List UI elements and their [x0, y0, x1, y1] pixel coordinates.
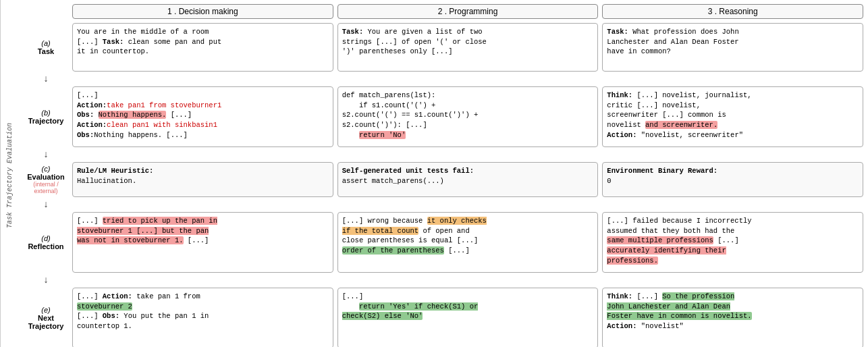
- next-row-label: (e) Next Trajectory: [22, 286, 70, 347]
- eval-label-name: Evaluation: [27, 173, 65, 181]
- next-cell-1: [...] Action: take pan 1 fromstoveburner…: [72, 288, 333, 347]
- eval-c1: Rule/LM Heuristic:Hallucination.: [77, 167, 153, 185]
- eval-label-letter: (c): [42, 165, 51, 173]
- next-c1: [...] Action: take pan 1 fromstoveburner…: [77, 292, 209, 330]
- task-cell-2: Task: You are given a list of twostrings…: [337, 23, 599, 72]
- traj-label-name: Trajectory: [28, 117, 64, 125]
- arrow2: ↓: [22, 150, 70, 159]
- reflect-cell-2: [...] wrong because it only checksif the…: [337, 212, 599, 273]
- col3-header: 3 . Reasoning: [602, 4, 863, 19]
- reflect-cell-1: [...] tried to pick up the pan instovebu…: [72, 212, 333, 273]
- eval-c3: Environment Binary Reward:0: [607, 167, 717, 185]
- arrow1: ↓: [22, 74, 70, 84]
- eval-cell-2: Self-generated unit tests fail:assert ma…: [337, 162, 599, 197]
- traj-c1: [...]Action:take pan1 from stoveburner1O…: [77, 91, 221, 139]
- task-cell1-text: You are in the middle of a room[...] Tas…: [77, 28, 221, 55]
- arrow3: ↓: [22, 200, 70, 209]
- task-label-name: Task: [38, 47, 54, 55]
- col2-header: 2 . Programming: [337, 4, 599, 19]
- task-cell-1: You are in the middle of a room[...] Tas…: [72, 23, 333, 72]
- reflect-c2: [...] wrong because it only checksif the…: [342, 217, 487, 255]
- traj-c3: Think: [...] novelist, journalist,critic…: [607, 91, 751, 139]
- eval-cell-1: Rule/LM Heuristic:Hallucination.: [72, 162, 333, 197]
- task-cell2-text: Task: You are given a list of twostrings…: [342, 28, 487, 55]
- eval-cell-3: Environment Binary Reward:0: [602, 162, 863, 197]
- task-label-letter: (a): [41, 39, 50, 47]
- vertical-label: Task Trajectory Evaluation: [0, 0, 19, 347]
- reflect-c3: [...] failed because I incorrectlyassume…: [607, 217, 751, 265]
- next-traj-row: (e) Next Trajectory [...] Action: take p…: [19, 285, 868, 347]
- next-label-letter: (e): [41, 306, 50, 314]
- next-c2: [...] return 'Yes' if check(S1) orcheck(…: [342, 292, 479, 320]
- reflection-row: (d) Reflection [...] tried to pick up th…: [19, 209, 868, 275]
- eval-c2: Self-generated unit tests fail:assert ma…: [342, 167, 474, 185]
- eval-label-sub: (internal / external): [23, 181, 69, 194]
- arrow4: ↓: [22, 275, 70, 285]
- col1-header: 1 . Decision making: [72, 4, 333, 19]
- reflect-c1: [...] tried to pick up the pan instovebu…: [77, 217, 217, 244]
- reflect-cell-3: [...] failed because I incorrectlyassume…: [602, 212, 863, 273]
- traj-cell-2: def match_parens(lst): if s1.count('(') …: [337, 86, 599, 147]
- task-cell3-text: Task: What profession does JohnLancheste…: [607, 28, 738, 55]
- content-area: 1 . Decision making 2 . Programming 3 . …: [19, 0, 868, 347]
- task-row-label: (a) Task: [22, 22, 70, 73]
- traj-cell-3: Think: [...] novelist, journalist,critic…: [602, 86, 863, 147]
- next-cell-3: Think: [...] So the professionJohn Lanch…: [602, 288, 863, 347]
- main-container: Task Trajectory Evaluation 1 . Decision …: [0, 0, 868, 347]
- next-label-name2: Trajectory: [28, 322, 64, 330]
- traj-row-label: (b) Trajectory: [22, 85, 70, 149]
- next-label-name: Next: [38, 314, 54, 322]
- next-cell-2: [...] return 'Yes' if check(S1) orcheck(…: [337, 288, 599, 347]
- task-cell-3: Task: What profession does JohnLancheste…: [602, 23, 863, 72]
- evaluation-row: (c) Evaluation (internal / external) Rul…: [19, 159, 868, 200]
- reflect-label-letter: (d): [41, 234, 50, 242]
- reflect-row-label: (d) Reflection: [22, 211, 70, 274]
- reflect-label-name: Reflection: [28, 242, 63, 250]
- header-row: 1 . Decision making 2 . Programming 3 . …: [19, 0, 868, 20]
- task-row: (a) Task You are in the middle of a room…: [19, 20, 868, 74]
- trajectory-row: (b) Trajectory [...]Action:take pan1 fro…: [19, 84, 868, 150]
- traj-cell-1: [...]Action:take pan1 from stoveburner1O…: [72, 86, 333, 147]
- eval-row-label: (c) Evaluation (internal / external): [22, 161, 70, 198]
- next-c3: Think: [...] So the professionJohn Lanch…: [607, 292, 751, 330]
- traj-c2: def match_parens(lst): if s1.count('(') …: [342, 91, 479, 139]
- traj-label-letter: (b): [41, 109, 50, 117]
